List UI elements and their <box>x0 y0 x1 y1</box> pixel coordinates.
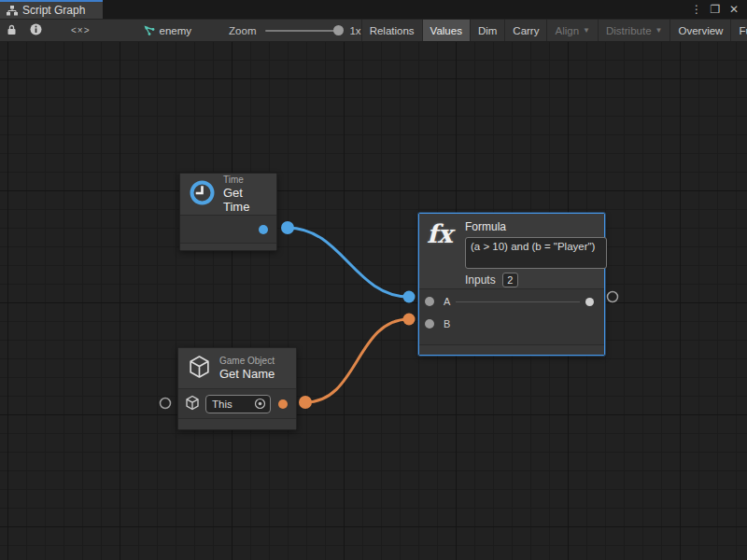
node-formula[interactable]: fx Formula (a > 10) and (b = "Player") I… <box>418 213 605 356</box>
lock-icon <box>7 24 17 37</box>
overview-button[interactable]: Overview <box>670 20 730 41</box>
graph-breadcrumb[interactable]: enemy <box>137 20 198 41</box>
node-formula-ports: A B <box>419 288 604 344</box>
window-menu-icon[interactable]: ⋮ <box>689 3 704 16</box>
port-row-a: A <box>419 290 604 313</box>
formula-fx-icon: fx <box>427 220 457 248</box>
graph-canvas[interactable]: Time Get Time fx Formula (a > 10) and (b… <box>0 42 747 560</box>
script-graph-window: Script Graph ⋮ ❐ ✕ <box>0 0 747 560</box>
node-formula-header: fx Formula (a > 10) and (b = "Player") I… <box>419 214 604 288</box>
node-get-name-ports: This <box>178 388 296 418</box>
toolbar-toggles: Relations Values Dim Carry Align ▼ Distr… <box>361 20 747 41</box>
node-footer <box>180 243 276 250</box>
fullscreen-button[interactable]: Full Screen <box>731 20 747 41</box>
port-label-a: A <box>444 296 450 307</box>
chevron-down-icon: ▼ <box>655 26 663 35</box>
wire-endpoint-orange-target[interactable] <box>403 314 416 326</box>
align-dropdown[interactable]: Align ▼ <box>547 20 598 41</box>
node-footer <box>178 418 296 429</box>
output-port-result[interactable] <box>585 298 594 306</box>
dim-button[interactable]: Dim <box>471 20 504 41</box>
graph-name: enemy <box>160 25 192 36</box>
node-category: Game Object <box>219 356 275 367</box>
values-button[interactable]: Values <box>423 20 470 41</box>
distribute-dropdown[interactable]: Distribute ▼ <box>599 20 670 41</box>
wire-endpoint-orange-source[interactable] <box>299 396 312 409</box>
zoom-value: 1x <box>349 25 360 36</box>
input-port-a[interactable] <box>425 297 434 306</box>
node-get-name[interactable]: Game Object Get Name This <box>177 347 297 430</box>
unconnected-output-port[interactable] <box>608 292 618 302</box>
info-icon <box>30 23 42 37</box>
tab-title: Script Graph <box>22 4 85 17</box>
carry-button[interactable]: Carry <box>505 20 546 41</box>
zoom-slider-handle[interactable] <box>333 25 344 35</box>
zoom-slider[interactable] <box>265 30 342 32</box>
node-get-time[interactable]: Time Get Time <box>179 173 277 251</box>
code-icon: <×> <box>71 25 91 35</box>
node-title: Get Time <box>223 186 267 214</box>
chevron-down-icon: ▼ <box>583 26 590 35</box>
info-button[interactable] <box>23 20 49 41</box>
node-title: Get Name <box>219 367 275 381</box>
close-icon[interactable]: ✕ <box>726 3 741 16</box>
tab-bar: Script Graph ⋮ ❐ ✕ <box>0 0 747 19</box>
output-port-name[interactable] <box>278 399 288 409</box>
node-title: Formula <box>465 220 607 233</box>
relations-button[interactable]: Relations <box>362 20 422 41</box>
node-get-name-header: Game Object Get Name <box>178 348 296 388</box>
inputs-count-input[interactable]: 2 <box>502 273 518 287</box>
graph-icon <box>143 24 155 37</box>
port-label-b: B <box>444 318 450 329</box>
node-get-time-header: Time Get Time <box>180 174 276 215</box>
maximize-icon[interactable]: ❐ <box>708 3 723 16</box>
cube-icon <box>188 355 211 382</box>
target-object-field[interactable]: This <box>205 395 271 413</box>
formula-expression-input[interactable]: (a > 10) and (b = "Player") <box>465 237 607 269</box>
zoom-label: Zoom <box>229 25 256 36</box>
graph-toolbar: <×> enemy Zoom 1x Relations <box>0 19 747 42</box>
connection-time-to-a[interactable] <box>288 228 409 297</box>
connection-name-to-b[interactable] <box>305 319 409 402</box>
input-port-b[interactable] <box>425 319 434 329</box>
node-get-time-ports <box>180 215 276 243</box>
wire-endpoint-blue-target[interactable] <box>403 291 416 303</box>
cube-small-icon <box>185 395 200 413</box>
node-footer <box>419 344 604 355</box>
wire-endpoint-blue-source[interactable] <box>281 221 294 234</box>
object-picker-icon[interactable] <box>254 398 266 410</box>
clock-icon <box>190 180 215 208</box>
inputs-label: Inputs <box>465 273 496 287</box>
tab-script-graph[interactable]: Script Graph <box>0 0 103 19</box>
port-row-b: B <box>419 313 604 335</box>
output-port-time[interactable] <box>259 225 268 234</box>
node-category: Time <box>223 175 267 186</box>
zoom-control: Zoom 1x <box>229 20 361 41</box>
connections-layer <box>0 42 747 560</box>
code-view-button[interactable]: <×> <box>49 20 113 41</box>
port-connector-line <box>456 301 580 302</box>
target-object-value: This <box>212 399 254 410</box>
unconnected-input-port[interactable] <box>161 399 171 409</box>
lock-button[interactable] <box>0 20 23 41</box>
graph-hierarchy-icon <box>7 6 18 16</box>
window-controls: ⋮ ❐ ✕ <box>689 0 747 19</box>
